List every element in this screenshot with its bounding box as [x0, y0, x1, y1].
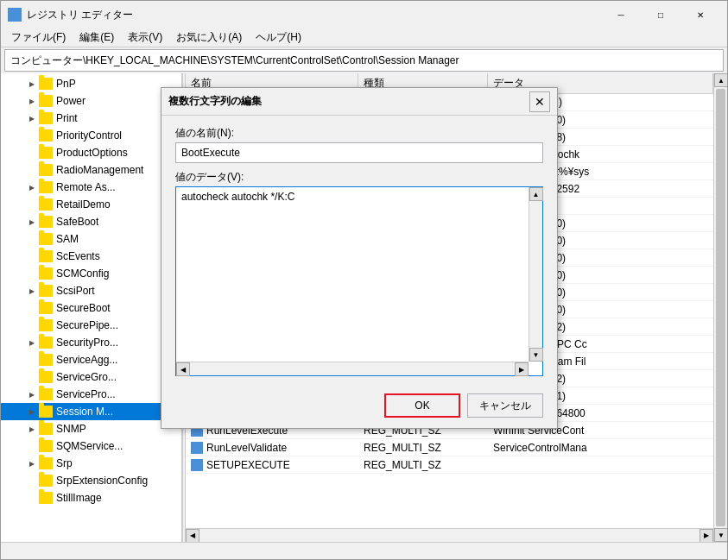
hscroll-right-arrow[interactable]: ▶	[700, 529, 713, 543]
textarea-hscroll-track[interactable]	[190, 362, 515, 375]
tree-arrow-remote: ▶	[27, 182, 37, 192]
tree-label-serviceagg: ServiceAgg...	[56, 354, 117, 366]
tree-arrow-safeboot: ▶	[27, 217, 37, 227]
textarea-vscroll-up[interactable]: ▲	[529, 187, 543, 201]
tree-arrow-sqmservice: ▶	[27, 441, 37, 451]
tree-item-snmp[interactable]: ▶ SNMP	[1, 420, 181, 437]
menu-file[interactable]: ファイル(F)	[4, 28, 73, 47]
menu-favorites[interactable]: お気に入り(A)	[169, 28, 249, 47]
tree-item-srpextensionconfig[interactable]: ▶ SrpExtensionConfig	[1, 472, 181, 489]
tree-label-sqmservice: SQMService...	[56, 440, 123, 452]
tree-label-securitypro: SecurityPro...	[56, 337, 118, 349]
folder-icon-retaildemo	[39, 198, 53, 211]
tree-item-servicepro[interactable]: ▶ ServicePro...	[1, 386, 181, 403]
hscroll-left-arrow[interactable]: ◀	[186, 529, 199, 543]
ok-button[interactable]: OK	[384, 393, 460, 418]
dialog-title-text: 複数行文字列の編集	[168, 94, 529, 109]
status-bar	[1, 542, 727, 559]
vscroll-down-arrow[interactable]: ▼	[714, 528, 727, 542]
right-pane-hscroll[interactable]: ◀ ▶	[186, 528, 713, 542]
tree-content: ▶ PnP ▶ Power ▶ Print ▶ Priority	[1, 73, 181, 542]
tree-arrow-serviceagg: ▶	[27, 355, 37, 365]
textarea-hscrollbar[interactable]: ◀ ▶	[176, 362, 529, 375]
tree-item-safeboot[interactable]: ▶ SafeBoot	[1, 213, 181, 230]
tree-item-sam[interactable]: ▶ SAM	[1, 230, 181, 248]
tree-item-power[interactable]: ▶ Power	[1, 92, 181, 110]
tree-item-radiomanagement[interactable]: ▶ RadioManagement	[1, 161, 181, 179]
cell-type-21: REG_MULTI_SZ	[358, 459, 488, 471]
tree-label-srpextensionconfig: SrpExtensionConfig	[56, 475, 148, 487]
tree-arrow-snmp: ▶	[27, 424, 37, 434]
tree-label-prioritycontrol: PriorityControl	[56, 129, 122, 142]
data-label: 値のデータ(V):	[175, 170, 543, 185]
tree-item-srp[interactable]: ▶ Srp	[1, 455, 181, 472]
tree-label-stillimage: StillImage	[56, 492, 102, 504]
tree-item-sessionmanager[interactable]: ▶ Session M...	[1, 403, 181, 420]
folder-icon-securitypro	[39, 337, 53, 349]
tree-item-secureboot[interactable]: ▶ SecureBoot	[1, 299, 181, 317]
tree-item-productoptions[interactable]: ▶ ProductOptions	[1, 144, 181, 161]
tree-arrow-scmconfig: ▶	[27, 268, 37, 279]
tree-label-servicepro: ServicePro...	[56, 388, 116, 400]
tree-item-prioritycontrol[interactable]: ▶ PriorityControl	[1, 127, 181, 144]
folder-icon-pnp	[39, 78, 53, 90]
folder-icon-power	[39, 95, 53, 107]
folder-icon-stillimage	[39, 492, 53, 504]
dialog-body: 値の名前(N): 値のデータ(V): ▲ ▼ ◀	[161, 116, 557, 387]
data-textarea-container: ▲ ▼ ◀ ▶	[175, 186, 543, 376]
hscroll-track[interactable]	[199, 531, 700, 541]
tree-item-sqmservice[interactable]: ▶ SQMService...	[1, 437, 181, 455]
textarea-vscrollbar[interactable]: ▲ ▼	[529, 187, 542, 362]
textarea-hscroll-right[interactable]: ▶	[515, 362, 529, 376]
cell-name-20: RunLevelValidate	[186, 442, 358, 454]
tree-item-stillimage[interactable]: ▶ StillImage	[1, 489, 181, 507]
dialog-buttons: OK キャンセル	[161, 387, 557, 428]
tree-pane: ▶ PnP ▶ Power ▶ Print ▶ Priority	[1, 73, 182, 542]
reg-icon-21	[191, 459, 203, 471]
tree-item-serviceagg[interactable]: ▶ ServiceAgg...	[1, 351, 181, 368]
main-window: レジストリ エディター ─ □ ✕ ファイル(F) 編集(E) 表示(V) お気…	[0, 0, 728, 560]
minimize-button[interactable]: ─	[601, 1, 641, 28]
tree-arrow-servicegro: ▶	[27, 372, 37, 382]
tree-item-servicegro[interactable]: ▶ ServiceGro...	[1, 368, 181, 386]
tree-item-print[interactable]: ▶ Print	[1, 110, 181, 127]
textarea-vscroll-down[interactable]: ▼	[529, 348, 543, 362]
right-pane-vscroll[interactable]: ▲ ▼	[713, 73, 727, 542]
textarea-hscroll-left[interactable]: ◀	[176, 362, 190, 376]
data-textarea[interactable]	[176, 187, 529, 362]
close-button[interactable]: ✕	[681, 1, 720, 28]
tree-item-pnp[interactable]: ▶ PnP	[1, 75, 181, 92]
tree-arrow-scevents: ▶	[27, 251, 37, 261]
folder-icon-prioritycontrol	[39, 129, 53, 142]
tree-item-securitypro[interactable]: ▶ SecurityPro...	[1, 334, 181, 351]
folder-icon-productoptions	[39, 147, 53, 159]
tree-item-remote[interactable]: ▶ Remote As...	[1, 179, 181, 196]
tree-arrow-stillimage: ▶	[27, 493, 37, 503]
maximize-button[interactable]: □	[641, 1, 681, 28]
vscroll-thumb[interactable]	[716, 89, 725, 526]
tree-label-srp: Srp	[56, 457, 73, 469]
tree-arrow-servicepro: ▶	[27, 389, 37, 400]
table-row[interactable]: SETUPEXECUTE REG_MULTI_SZ	[186, 456, 713, 474]
cancel-button[interactable]: キャンセル	[467, 393, 543, 418]
name-input[interactable]	[175, 142, 543, 163]
table-row[interactable]: RunLevelValidate REG_MULTI_SZ ServiceCon…	[186, 439, 713, 456]
vscroll-up-arrow[interactable]: ▲	[714, 73, 727, 87]
folder-icon-sam	[39, 233, 53, 245]
folder-icon-scsiport	[39, 285, 53, 297]
textarea-vscroll-track[interactable]	[529, 201, 542, 348]
dialog-close-button[interactable]: ✕	[529, 91, 550, 112]
tree-item-retaildemo[interactable]: ▶ RetailDemo	[1, 196, 181, 213]
tree-item-scevents[interactable]: ▶ ScEvents	[1, 248, 181, 265]
tree-item-scsiport[interactable]: ▶ ScsiPort	[1, 282, 181, 299]
menu-help[interactable]: ヘルプ(H)	[249, 28, 308, 47]
tree-label-secureboot: SecureBoot	[56, 302, 111, 314]
tree-label-servicegro: ServiceGro...	[56, 371, 117, 383]
tree-label-pnp: PnP	[56, 78, 76, 90]
menu-edit[interactable]: 編集(E)	[73, 28, 121, 47]
folder-icon-safeboot	[39, 216, 53, 228]
tree-item-securepipe[interactable]: ▶ SecurePipe...	[1, 317, 181, 334]
menu-view[interactable]: 表示(V)	[121, 28, 169, 47]
tree-item-scmconfig[interactable]: ▶ SCMConfig	[1, 265, 181, 282]
tree-arrow-print: ▶	[27, 113, 37, 123]
